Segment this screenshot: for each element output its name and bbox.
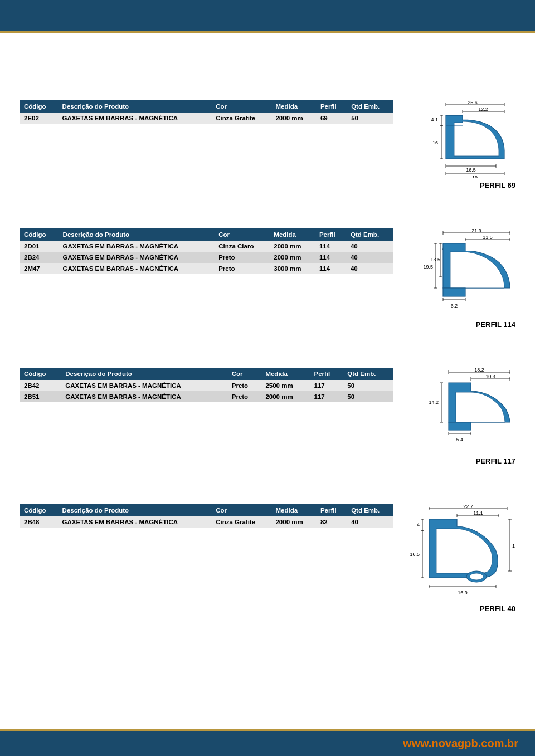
col-header-perfil-2: Perfil [315, 228, 346, 241]
col-header-codigo-2: Código [20, 228, 59, 241]
table-row: 82 [316, 516, 347, 528]
svg-text:25.6: 25.6 [468, 100, 478, 105]
col-header-qtd-3: Qtd Emb. [343, 368, 393, 380]
table-row: 50 [347, 113, 393, 124]
col-header-medida-2: Medida [269, 228, 315, 241]
profile-svg-40: 22.7 11.1 4 16.5 [404, 504, 515, 602]
table-row: 2000 mm [261, 391, 309, 402]
profile-label-4: PERFIL 40 [480, 604, 515, 613]
svg-text:18.2: 18.2 [474, 368, 484, 373]
profile-svg-69: 25.6 12.2 4.1 16 [412, 100, 515, 178]
col-header-medida-1: Medida [271, 100, 315, 113]
table-row: 2500 mm [261, 380, 309, 391]
profile-diagram-1: 25.6 12.2 4.1 16 [404, 100, 515, 189]
col-header-qtd-4: Qtd Emb. [347, 504, 393, 516]
profile-label-1: PERFIL 69 [480, 181, 515, 189]
table-row: 117 [310, 380, 343, 391]
table-row: Preto [227, 380, 261, 391]
table-row: 114 [315, 241, 346, 252]
svg-text:11.1: 11.1 [473, 510, 483, 516]
table-row: 2M47 [20, 263, 59, 274]
profile-label-3: PERFIL 117 [476, 457, 515, 465]
table-area-2: Código Descrição do Produto Cor Medida P… [20, 228, 393, 329]
col-header-codigo-1: Código [20, 100, 58, 113]
table-row: 114 [315, 263, 346, 274]
profile-svg-114: 21.9 11.5 19.5 13.5 [412, 228, 515, 318]
product-section-2: Código Descrição do Produto Cor Medida P… [20, 228, 515, 329]
table-row: 114 [315, 252, 346, 263]
product-table-1: Código Descrição do Produto Cor Medida P… [20, 100, 393, 124]
svg-rect-66 [449, 422, 471, 430]
table-row: 2B42 [20, 380, 61, 391]
col-header-codigo-3: Código [20, 368, 61, 380]
col-header-qtd-2: Qtd Emb. [346, 228, 393, 241]
svg-text:21.9: 21.9 [471, 228, 481, 233]
col-header-cor-1: Cor [211, 100, 271, 113]
table-row: GAXETAS EM BARRAS - MAGNÉTICA [58, 516, 212, 528]
table-row: 69 [316, 113, 347, 124]
product-table-2: Código Descrição do Produto Cor Medida P… [20, 228, 393, 274]
table-row: 50 [343, 391, 393, 402]
table-row: Preto [214, 263, 269, 274]
table-row: 2000 mm [269, 241, 315, 252]
table-row: Preto [227, 391, 261, 402]
svg-text:22.7: 22.7 [463, 504, 473, 509]
svg-point-92 [470, 573, 483, 580]
table-row: GAXETAS EM BARRAS - MAGNÉTICA [59, 252, 215, 263]
table-row: GAXETAS EM BARRAS - MAGNÉTICA [61, 380, 227, 391]
table-row: Cinza Grafite [211, 516, 271, 528]
table-row: 2E02 [20, 113, 58, 124]
col-header-cor-4: Cor [211, 504, 271, 516]
svg-text:11.5: 11.5 [483, 235, 493, 240]
profile-svg-117: 18.2 10.3 14.2 5.4 [412, 368, 515, 454]
table-row: 3000 mm [269, 263, 315, 274]
header-bar [0, 0, 535, 31]
svg-text:16.5: 16.5 [466, 167, 476, 173]
table-row: 2B24 [20, 252, 59, 263]
profile-diagram-4: 22.7 11.1 4 16.5 [404, 504, 515, 613]
table-row: 2B51 [20, 391, 61, 402]
table-row: GAXETAS EM BARRAS - MAGNÉTICA [58, 113, 212, 124]
table-row: GAXETAS EM BARRAS - MAGNÉTICA [59, 263, 215, 274]
profile-label-2: PERFIL 114 [476, 320, 515, 329]
col-header-cor-2: Cor [214, 228, 269, 241]
footer-bar: www.novagpb.com.br [0, 731, 535, 756]
table-row: 2000 mm [271, 516, 315, 528]
svg-text:13.5: 13.5 [430, 257, 440, 262]
svg-text:14.2: 14.2 [429, 399, 439, 405]
table-area-4: Código Descrição do Produto Cor Medida P… [20, 504, 393, 613]
profile-diagram-2: 21.9 11.5 19.5 13.5 [404, 228, 515, 329]
col-header-medida-3: Medida [261, 368, 309, 380]
col-header-descricao-4: Descrição do Produto [58, 504, 212, 516]
svg-text:10.3: 10.3 [485, 374, 495, 379]
table-row: GAXETAS EM BARRAS - MAGNÉTICA [59, 241, 215, 252]
table-row: 2D01 [20, 241, 59, 252]
main-content: Código Descrição do Produto Cor Medida P… [0, 33, 535, 729]
product-table-3: Código Descrição do Produto Cor Medida P… [20, 368, 393, 402]
table-row: Cinza Claro [214, 241, 269, 252]
product-section-3: Código Descrição do Produto Cor Medida P… [20, 368, 515, 465]
svg-text:16.9: 16.9 [458, 590, 468, 596]
footer-url: www.novagpb.com.br [403, 737, 518, 750]
table-row: 2B48 [20, 516, 58, 528]
svg-text:19.5: 19.5 [423, 264, 433, 270]
svg-text:12.2: 12.2 [478, 106, 488, 112]
col-header-medida-4: Medida [271, 504, 315, 516]
col-header-perfil-1: Perfil [316, 100, 347, 113]
table-row: Cinza Grafite [211, 113, 271, 124]
table-row: 117 [310, 391, 343, 402]
table-row: 2000 mm [269, 252, 315, 263]
profile-diagram-3: 18.2 10.3 14.2 5.4 [404, 368, 515, 465]
col-header-descricao-2: Descrição do Produto [59, 228, 215, 241]
product-section-4: Código Descrição do Produto Cor Medida P… [20, 504, 515, 613]
svg-text:4.1: 4.1 [431, 117, 438, 123]
col-header-descricao-3: Descrição do Produto [61, 368, 227, 380]
table-row: 40 [347, 516, 393, 528]
product-table-4: Código Descrição do Produto Cor Medida P… [20, 504, 393, 528]
table-row: Preto [214, 252, 269, 263]
svg-text:19: 19 [472, 175, 478, 178]
table-row: 50 [343, 380, 393, 391]
product-section-1: Código Descrição do Produto Cor Medida P… [20, 100, 515, 189]
svg-text:6.2: 6.2 [451, 303, 458, 309]
table-area-1: Código Descrição do Produto Cor Medida P… [20, 100, 393, 189]
